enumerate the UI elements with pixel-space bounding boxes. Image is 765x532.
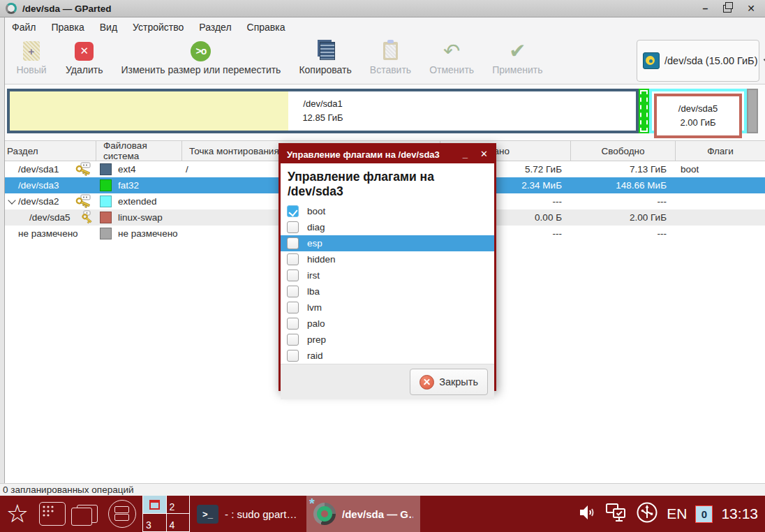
flag-row-lba[interactable]: lba xyxy=(281,283,494,300)
task-gparted-active[interactable]: * /dev/sda — G… xyxy=(306,496,420,532)
column-flags: Флаги xyxy=(675,141,765,161)
tray-badge[interactable]: 0 xyxy=(695,505,713,523)
dialog-title: Управление флагами на /dev/sda3 xyxy=(287,149,440,160)
task-terminal[interactable]: >_ - : sudo gpart… xyxy=(190,496,306,532)
menu-help[interactable]: Справка xyxy=(239,20,293,35)
flag-row-esp-selected[interactable]: esp xyxy=(281,235,494,251)
keyboard-layout-indicator[interactable]: EN xyxy=(667,505,687,522)
fs-color-swatch xyxy=(100,228,112,239)
checkbox-hidden[interactable] xyxy=(287,253,299,265)
checkbox-esp[interactable] xyxy=(287,237,299,249)
dialog-close-icon-button[interactable]: ✕ xyxy=(480,151,488,158)
manage-flags-dialog: Управление флагами на /dev/sda3 _ ✕ Упра… xyxy=(278,143,496,391)
checkbox-boot[interactable] xyxy=(287,205,299,217)
disk-segment-unallocated[interactable] xyxy=(747,89,758,133)
segment-sda1-size: 12.85 ГиБ xyxy=(10,111,636,125)
selection-dash-outline xyxy=(640,90,648,132)
restore-button[interactable] xyxy=(723,5,731,13)
window-edge xyxy=(0,17,5,483)
menu-partition[interactable]: Раздел xyxy=(191,20,239,35)
copy-button[interactable]: Копировать xyxy=(299,40,351,75)
workspace-3[interactable]: 3 xyxy=(143,514,167,532)
paste-button[interactable]: Вставить xyxy=(370,40,411,75)
system-tray: EN 0 13:13 xyxy=(577,501,765,526)
checkbox-palo[interactable] xyxy=(287,318,299,330)
flag-row-lvm[interactable]: lvm xyxy=(281,300,494,316)
file-manager-button[interactable] xyxy=(105,496,140,532)
workspace-4[interactable]: 4 xyxy=(167,514,191,532)
checkbox-diag[interactable] xyxy=(287,221,299,233)
usb-icon[interactable] xyxy=(636,501,658,526)
flag-row-boot[interactable]: boot xyxy=(281,203,494,219)
keys-icon xyxy=(75,194,93,209)
checkbox-raid[interactable] xyxy=(287,350,299,362)
flag-row-palo[interactable]: palo xyxy=(281,316,494,332)
delete-partition-icon: ✕ xyxy=(75,42,94,61)
menu-file[interactable]: Файл xyxy=(4,20,43,35)
menu-device[interactable]: Устройство xyxy=(125,20,191,35)
displays-icon[interactable] xyxy=(605,502,627,526)
device-selector[interactable]: /dev/sda (15.00 ГиБ) xyxy=(637,40,759,82)
flag-list: boot diag esp hidden irst lba xyxy=(281,203,494,364)
flag-row-diag[interactable]: diag xyxy=(281,219,494,235)
fs-color-swatch xyxy=(100,179,112,191)
menubar: Файл Правка Вид Устройство Раздел Справк… xyxy=(0,17,765,36)
menu-view[interactable]: Вид xyxy=(92,20,125,35)
resize-move-button[interactable]: >o Изменить размер или переместить xyxy=(121,40,281,75)
hard-drive-icon xyxy=(643,52,660,69)
checkbox-prep[interactable] xyxy=(287,334,299,346)
expander-chevron-icon[interactable] xyxy=(5,200,18,203)
apply-button[interactable]: ✔ Применить xyxy=(492,40,542,75)
undo-icon: ↶ xyxy=(443,41,460,61)
clock: 13:13 xyxy=(721,505,758,522)
flag-row-irst[interactable]: irst xyxy=(281,267,494,283)
delete-button[interactable]: ✕ Удалить xyxy=(66,40,103,75)
gparted-icon xyxy=(313,503,336,525)
workspace-1[interactable] xyxy=(143,496,167,514)
close-button[interactable]: ✕ xyxy=(747,5,755,12)
keys-icon xyxy=(75,162,93,177)
terminal-icon: >_ xyxy=(197,505,218,524)
key-icon xyxy=(80,210,93,225)
checkbox-lvm[interactable] xyxy=(287,302,299,313)
star-icon: ☆ xyxy=(6,500,29,528)
window-titlebar[interactable]: /dev/sda — GParted – ✕ xyxy=(0,0,765,17)
apps-menu-button[interactable] xyxy=(35,496,70,532)
flag-row-prep[interactable]: prep xyxy=(281,332,494,348)
checkbox-irst[interactable] xyxy=(287,269,299,281)
disk-segment-sda1[interactable]: /dev/sda1 12.85 ГиБ xyxy=(7,89,639,133)
new-button[interactable]: + Новый xyxy=(15,40,47,75)
minimize-button[interactable]: – xyxy=(702,5,708,12)
close-circle-icon xyxy=(419,375,434,390)
apps-grid-icon xyxy=(39,502,66,526)
drawer-icon xyxy=(108,500,136,528)
dialog-titlebar[interactable]: Управление флагами на /dev/sda3 _ ✕ xyxy=(281,145,494,163)
disk-segment-sda3-selected[interactable] xyxy=(639,89,649,133)
flag-row-hidden[interactable]: hidden xyxy=(281,251,494,267)
copy-icon xyxy=(320,42,335,60)
window-title: /dev/sda — GParted xyxy=(22,3,112,14)
undo-button[interactable]: ↶ Отменить xyxy=(429,40,474,75)
taskbar: ☆ 2 3 4 >_ - : sudo gpart… * /dev/sda — … xyxy=(0,496,765,532)
column-free: Свободно xyxy=(570,141,675,161)
column-partition: Раздел xyxy=(0,141,96,161)
dialog-minimize-button[interactable]: _ xyxy=(463,151,468,158)
dialog-button-bar: Закрыть xyxy=(281,364,494,399)
dialog-close-button[interactable]: Закрыть xyxy=(410,369,488,395)
volume-icon[interactable] xyxy=(577,503,597,525)
dialog-heading: Управление флагами на /dev/sda3 xyxy=(281,163,494,203)
menu-edit[interactable]: Правка xyxy=(43,20,91,35)
fs-color-swatch xyxy=(100,195,112,207)
windows-list-button[interactable] xyxy=(70,496,105,532)
segment-sda5-size: 2.00 ГиБ xyxy=(657,116,739,130)
checkbox-lba[interactable] xyxy=(287,286,299,297)
new-partition-icon: + xyxy=(23,41,40,61)
workspace-switcher: 2 3 4 xyxy=(142,496,190,532)
disk-segment-extended[interactable]: /dev/sda5 2.00 ГиБ xyxy=(649,89,747,133)
disk-segment-sda5[interactable]: /dev/sda5 2.00 ГиБ xyxy=(654,94,742,138)
gparted-logo-icon xyxy=(6,3,17,14)
workspace-2[interactable]: 2 xyxy=(167,496,191,514)
launcher-star-button[interactable]: ☆ xyxy=(0,496,35,532)
flag-row-raid[interactable]: raid xyxy=(281,348,494,364)
statusbar: 0 запланированных операций xyxy=(0,483,765,496)
